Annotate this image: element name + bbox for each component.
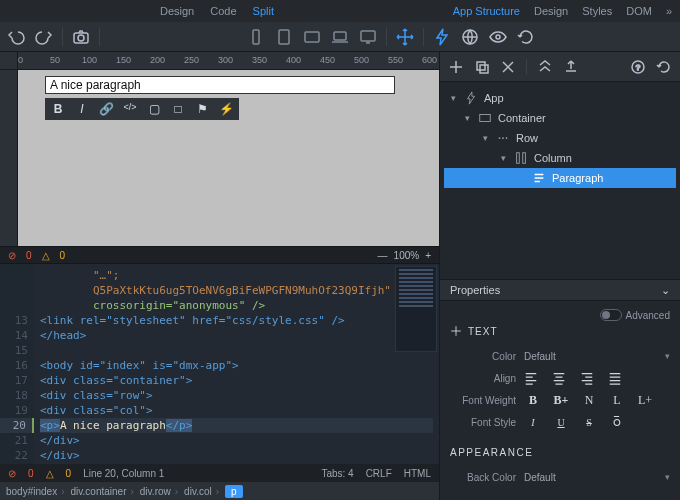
outline-item-container[interactable]: ▾ Container [444, 108, 676, 128]
box1-button[interactable]: ▢ [147, 102, 161, 116]
design-canvas[interactable]: B I 🔗 </> ▢ □ ⚑ ⚡ [18, 70, 439, 246]
help-icon[interactable]: ? [630, 59, 646, 75]
tab-styles[interactable]: Styles [582, 5, 612, 17]
tab-code[interactable]: Code [210, 5, 236, 17]
bolt-icon[interactable] [432, 27, 452, 47]
error-count: 0 [26, 250, 32, 261]
minimap[interactable] [395, 266, 437, 352]
outline-item-paragraph[interactable]: Paragraph [444, 168, 676, 188]
svg-rect-13 [480, 115, 491, 122]
error-count-icon[interactable]: ⊘ [8, 250, 16, 261]
code-warning-icon[interactable]: △ [46, 468, 54, 479]
duplicate-icon[interactable] [474, 59, 490, 75]
right-panel-toolbar: ? [440, 52, 680, 82]
style-strike-button[interactable]: S [580, 417, 598, 428]
code-line: </head> [40, 328, 433, 343]
eol-indicator[interactable]: CRLF [366, 468, 392, 479]
weight-bold-button[interactable]: B [524, 393, 542, 408]
globe-icon[interactable] [460, 27, 480, 47]
breadcrumb-item[interactable]: div.container› [71, 486, 134, 497]
tab-split[interactable]: Split [253, 5, 274, 17]
style-underline-button[interactable]: U [552, 417, 570, 428]
code-error-icon[interactable]: ⊘ [8, 468, 16, 479]
eye-icon[interactable] [488, 27, 508, 47]
ruler-horizontal: 0 50 100 150 200 250 300 350 400 450 500… [0, 52, 439, 70]
svg-rect-10 [480, 65, 488, 73]
properties-header[interactable]: Properties ⌄ [440, 279, 680, 301]
section-appearance-title: APPEARANCE [450, 447, 533, 458]
bolt-button[interactable]: ⚡ [219, 102, 233, 116]
breadcrumb-item-current[interactable]: p [225, 485, 243, 498]
tab-design[interactable]: Design [160, 5, 194, 17]
code-editor[interactable]: 13 14 15 16 17 18 19 20 21 22 23 "…"; Q5… [0, 264, 439, 464]
ruler-tick: 200 [150, 55, 165, 65]
weight-lighter-button[interactable]: L+ [636, 393, 654, 408]
code-line: </div> [40, 448, 433, 463]
move-icon [450, 325, 462, 337]
tab-dom[interactable]: DOM [626, 5, 652, 17]
outline-item-app[interactable]: ▾ App [444, 88, 676, 108]
tab-right-design[interactable]: Design [534, 5, 568, 17]
export-icon[interactable] [563, 59, 579, 75]
undo-icon[interactable] [6, 27, 26, 47]
tab-app-structure[interactable]: App Structure [453, 5, 520, 17]
advanced-label: Advanced [626, 310, 670, 321]
device-tablet-landscape-icon[interactable] [302, 27, 322, 47]
breadcrumb-item[interactable]: div.row› [140, 486, 178, 497]
move-up-icon[interactable] [537, 59, 553, 75]
ruler-tick: 400 [286, 55, 301, 65]
weight-light-button[interactable]: L [608, 393, 626, 408]
zoom-in-button[interactable]: + [425, 250, 431, 261]
device-desktop-icon[interactable] [358, 27, 378, 47]
delete-icon[interactable] [500, 59, 516, 75]
refresh-icon[interactable] [516, 27, 536, 47]
redo-icon[interactable] [34, 27, 54, 47]
language-indicator[interactable]: HTML [404, 468, 431, 479]
align-right-button[interactable] [580, 371, 598, 385]
svg-rect-5 [334, 32, 346, 40]
weight-bolder-button[interactable]: B+ [552, 393, 570, 408]
back-color-select[interactable]: Default▾ [524, 472, 670, 483]
breadcrumb-item[interactable]: div.col› [184, 486, 219, 497]
outline-item-column[interactable]: ▾ Column [444, 148, 676, 168]
device-laptop-icon[interactable] [330, 27, 350, 47]
align-label: Align [450, 373, 516, 384]
code-gutter: 13 14 15 16 17 18 19 20 21 22 23 [0, 264, 34, 464]
ruler-tick: 550 [388, 55, 403, 65]
font-style-label: Font Style [450, 417, 516, 428]
paragraph-editable[interactable] [45, 76, 395, 94]
main-toolbar [0, 22, 680, 52]
outline-item-row[interactable]: ▾ Row [444, 128, 676, 148]
style-overline-button[interactable]: O̅ [608, 417, 626, 428]
bold-button[interactable]: B [51, 102, 65, 116]
zoom-out-button[interactable]: — [378, 250, 388, 261]
align-justify-button[interactable] [608, 371, 626, 385]
panel-refresh-icon[interactable] [656, 59, 672, 75]
svg-point-14 [499, 137, 501, 139]
camera-icon[interactable] [71, 27, 91, 47]
style-italic-button[interactable]: I [524, 417, 542, 428]
codeblock-button[interactable]: </> [123, 102, 137, 116]
svg-point-1 [78, 35, 84, 41]
box2-button[interactable]: □ [171, 102, 185, 116]
italic-button[interactable]: I [75, 102, 89, 116]
align-left-button[interactable] [524, 371, 542, 385]
warning-count-icon[interactable]: △ [42, 250, 50, 261]
color-select[interactable]: Default▾ [524, 351, 670, 362]
advanced-toggle[interactable] [600, 309, 622, 321]
properties-body: Advanced TEXT Color Default▾ Align [440, 301, 680, 500]
flag-button[interactable]: ⚑ [195, 102, 209, 116]
link-button[interactable]: 🔗 [99, 102, 113, 116]
device-phone-icon[interactable] [246, 27, 266, 47]
weight-normal-button[interactable]: N [580, 393, 598, 408]
add-icon[interactable] [448, 59, 464, 75]
tabs-label[interactable]: Tabs: 4 [321, 468, 353, 479]
overflow-icon[interactable]: » [666, 5, 672, 17]
bolt-icon [464, 91, 478, 105]
device-tablet-portrait-icon[interactable] [274, 27, 294, 47]
align-center-button[interactable] [552, 371, 570, 385]
ruler-tick: 150 [116, 55, 131, 65]
breadcrumb-item[interactable]: body#index› [6, 486, 65, 497]
move-icon[interactable] [395, 27, 415, 47]
code-line: <p>A nice paragraph</p> [40, 418, 433, 433]
